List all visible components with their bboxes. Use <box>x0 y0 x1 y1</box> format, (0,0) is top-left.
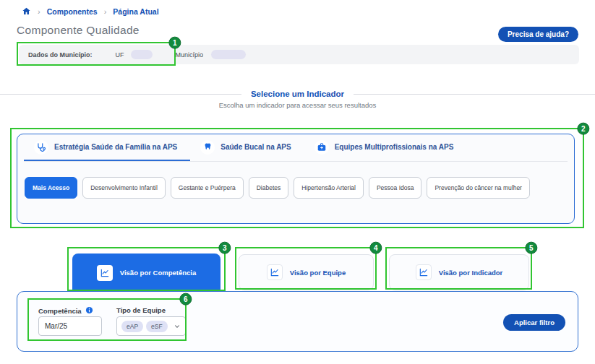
line-chart-icon <box>97 265 113 281</box>
pill-pessoa-idosa[interactable]: Pessoa Idosa <box>369 177 422 199</box>
uf-value-pill <box>131 50 153 59</box>
tab-saude-bucal[interactable]: Saúde Bucal na APS <box>190 134 304 161</box>
competencia-label: Competência <box>38 306 93 316</box>
line-chart-icon <box>416 264 432 280</box>
annotation-badge-2: 2 <box>577 123 589 135</box>
pill-prevencao-cancer-mulher[interactable]: Prevenção do câncer na mulher <box>427 177 530 199</box>
view-card-label: Visão por Equipe <box>290 269 346 277</box>
help-button[interactable]: Precisa de ajuda? <box>498 27 578 42</box>
breadcrumb: › Componentes › Página Atual <box>22 6 159 16</box>
stethoscope-icon <box>34 140 48 155</box>
tipo-equipe-label: Tipo de Equipe <box>116 306 166 314</box>
divider-line <box>0 94 241 95</box>
indicator-section-header: Selecione um Indicador <box>0 90 595 98</box>
pill-gestante-puerpera[interactable]: Gestante e Puérpera <box>171 177 244 199</box>
view-indicador-card[interactable]: Visão por Indicador <box>389 254 529 290</box>
annotation-badge-4: 4 <box>369 242 382 254</box>
tab-label: Equipes Multiprofissionais na APS <box>335 143 454 151</box>
tab-label: Saúde Bucal na APS <box>221 143 291 151</box>
view-card-label: Visão por Competência <box>120 269 196 277</box>
municipio-bar-label: Dados do Município: <box>28 51 93 58</box>
info-icon[interactable] <box>85 306 93 316</box>
chip-esf: eSF <box>146 321 168 332</box>
divider-line <box>354 94 595 95</box>
tooth-icon <box>200 140 215 155</box>
chip-eap: eAP <box>121 321 143 332</box>
indicator-selector-panel: Estratégia Saúde da Família na APS Saúde… <box>17 134 575 224</box>
chevron-down-icon <box>174 323 181 330</box>
apply-filter-button[interactable]: Aplicar filtro <box>503 314 565 331</box>
indicator-section-title: Selecione um Indicador <box>251 90 344 98</box>
view-equipe-card[interactable]: Visão por Equipe <box>239 254 374 290</box>
view-competencia-card[interactable]: Visão por Competência <box>72 254 221 292</box>
breadcrumb-separator: › <box>104 7 107 16</box>
competencia-input[interactable] <box>38 316 102 336</box>
pill-hipertensao-arterial[interactable]: Hipertensão Arterial <box>294 177 364 199</box>
municipio-data-bar: Dados do Município: UF Município <box>19 45 579 64</box>
uf-label: UF <box>116 51 124 58</box>
page-title: Componente Qualidade <box>17 24 140 37</box>
pill-mais-acesso[interactable]: Mais Acesso <box>25 177 77 199</box>
indicator-section-subtitle: Escolha um indicador para acessar seus r… <box>0 101 595 109</box>
tab-row: Estratégia Saúde da Família na APS Saúde… <box>24 134 568 162</box>
breadcrumb-item-componentes[interactable]: Componentes <box>47 7 98 16</box>
filter-panel: Competência Tipo de Equipe eAP eSF Aplic… <box>17 291 578 352</box>
tab-estrategia-saude-familia[interactable]: Estratégia Saúde da Família na APS <box>24 134 190 161</box>
annotation-badge-5: 5 <box>525 242 537 254</box>
municipio-value-pill <box>211 50 246 59</box>
tab-equipes-multiprofissionais[interactable]: Equipes Multiprofissionais na APS <box>304 134 467 161</box>
line-chart-icon <box>267 264 283 280</box>
pill-diabetes[interactable]: Diabetes <box>249 177 289 199</box>
annotation-badge-3: 3 <box>218 242 231 254</box>
tipo-equipe-select[interactable]: eAP eSF <box>116 316 186 336</box>
home-icon[interactable] <box>22 6 31 16</box>
page: › Componentes › Página Atual Componente … <box>0 0 595 364</box>
pill-desenvolvimento-infantil[interactable]: Desenvolvimento Infantil <box>82 177 166 199</box>
breadcrumb-separator: › <box>38 7 40 16</box>
indicator-pill-row: Mais Acesso Desenvolvimento Infantil Ges… <box>25 177 567 199</box>
tab-label: Estratégia Saúde da Família na APS <box>54 143 177 151</box>
breadcrumb-item-pagina-atual[interactable]: Página Atual <box>113 7 158 16</box>
medical-bag-icon <box>314 140 329 155</box>
municipio-label: Município <box>176 51 204 58</box>
view-card-label: Visão por Indicador <box>439 269 503 277</box>
